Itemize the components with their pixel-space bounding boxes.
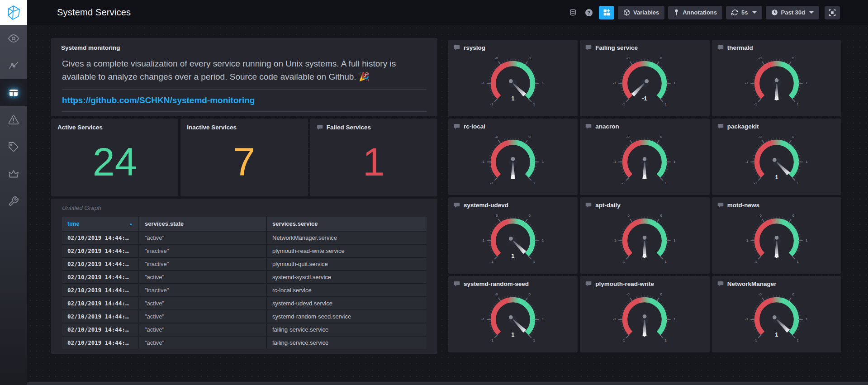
svg-text:0: 0: [643, 253, 646, 259]
expand-icon: [829, 9, 836, 16]
svg-text:-1: -1: [613, 238, 617, 242]
svg-text:1: 1: [674, 317, 676, 321]
sidebar-item-dashboards[interactable]: [0, 79, 27, 106]
gauge-panel-thermald: thermald -1-1-0011 0: [712, 40, 841, 116]
wrench-icon: [8, 196, 19, 207]
source-database-icon[interactable]: [567, 9, 579, 17]
cell-service: rc-local.service: [266, 284, 427, 297]
stat-value: 7: [233, 142, 256, 182]
svg-text:1: 1: [797, 260, 799, 264]
cell-state: "active": [139, 336, 266, 349]
svg-text:1: 1: [542, 317, 544, 321]
svg-text:1: 1: [806, 238, 808, 242]
svg-text:-1: -1: [754, 338, 757, 342]
gauge-title: rsyslog: [464, 44, 485, 51]
sidebar-nav: [0, 25, 27, 215]
column-header-time[interactable]: time ▲: [62, 217, 139, 231]
cell-time: 02/10/2019 14:44:…: [62, 336, 139, 349]
cell-state: "inactive": [139, 284, 266, 297]
divider: [62, 89, 427, 90]
sidebar-item-status[interactable]: [0, 25, 27, 52]
sidebar-item-configuration[interactable]: [0, 188, 27, 215]
gauge-visual: -1-1-0011 0: [712, 51, 841, 116]
cell-service: plymouth-read-write.service: [266, 244, 427, 257]
gauge-panel-packagekit: packagekit -1-1-0011 1: [712, 119, 841, 195]
chevron-down-icon: [752, 11, 757, 14]
cell-time: 02/10/2019 14:44:…: [62, 257, 139, 271]
variables-button[interactable]: Variables: [618, 6, 664, 19]
left-column: Systemd monitoring Gives a complete visu…: [51, 38, 437, 354]
comment-icon: [717, 202, 724, 208]
svg-text:0: 0: [529, 292, 531, 296]
svg-text:1: 1: [542, 160, 544, 164]
stat-value: 1: [363, 142, 385, 182]
comment-icon: [717, 124, 724, 129]
time-range-dropdown[interactable]: Past 30d: [766, 6, 819, 19]
table-header-row: time ▲ services.state services.service: [62, 217, 427, 231]
add-cell-button[interactable]: [599, 6, 614, 19]
time-range-value: Past 30d: [781, 9, 805, 16]
cell-time: 02/10/2019 14:44:…: [62, 271, 139, 284]
svg-text:-1: -1: [490, 338, 494, 342]
gauge-title: rc-local: [464, 123, 485, 130]
svg-text:1: 1: [674, 81, 676, 85]
clock-icon: [771, 9, 778, 16]
svg-text:-1: -1: [481, 81, 485, 85]
gauge-visual: -1-1-0011 0: [448, 130, 578, 195]
svg-text:1: 1: [775, 174, 778, 181]
gauge-panel-rsyslog: rsyslog -1-1-0011 1: [448, 40, 578, 116]
table-row: 02/10/2019 14:44:… "inactive" plymouth-q…: [62, 257, 427, 271]
svg-text:-0: -0: [758, 56, 762, 60]
sidebar-item-admin[interactable]: [0, 161, 27, 188]
gauge-title: systemd-udevd: [464, 202, 508, 209]
svg-text:0: 0: [643, 174, 646, 181]
github-link[interactable]: https://github.com/SCHKN/systemd-monitor…: [62, 95, 255, 105]
svg-text:-0: -0: [758, 135, 762, 139]
refresh-icon: [731, 9, 738, 16]
svg-text:0: 0: [660, 56, 663, 60]
refresh-dropdown[interactable]: 5s: [726, 6, 762, 19]
sidebar-item-data-explorer[interactable]: [0, 52, 27, 79]
sidebar-item-log-viewer[interactable]: [0, 133, 27, 161]
comment-icon: [717, 281, 724, 287]
gauge-title: packagekit: [727, 123, 759, 130]
svg-text:0: 0: [660, 214, 663, 218]
svg-text:0: 0: [792, 56, 794, 60]
toolbar: ? Variables: [567, 6, 840, 19]
svg-text:1: 1: [512, 332, 515, 338]
svg-text:1: 1: [512, 253, 515, 259]
comment-icon: [585, 45, 592, 51]
influxdata-logo[interactable]: [0, 0, 27, 25]
svg-text:0: 0: [775, 253, 778, 259]
tags-icon: [8, 142, 19, 152]
annotations-button[interactable]: Annotations: [668, 6, 722, 19]
svg-text:1: 1: [512, 95, 515, 102]
chevron-down-icon: [809, 11, 814, 14]
sidebar-item-alerting[interactable]: [0, 106, 27, 133]
svg-text:1: 1: [674, 160, 676, 164]
presentation-mode-button[interactable]: [825, 6, 840, 19]
svg-text:-1: -1: [622, 260, 626, 264]
cell-service: systemd-udevd.service: [266, 297, 427, 310]
svg-text:1: 1: [665, 338, 667, 342]
cube-icon: [623, 9, 630, 16]
svg-text:-1: -1: [622, 181, 626, 185]
cell-state: "active": [139, 231, 266, 244]
svg-text:-0: -0: [626, 292, 630, 296]
column-header-service[interactable]: services.service: [266, 217, 427, 231]
svg-text:-0: -0: [495, 214, 498, 218]
gauge-panel-plymouth-read-write: plymouth-read-write -1-1-0011 0: [580, 276, 709, 352]
table-panel: Untitled Graph time ▲: [51, 199, 437, 354]
svg-text:-0: -0: [626, 56, 630, 60]
chronograf-app: Systemd Services ?: [0, 0, 868, 385]
column-header-state[interactable]: services.state: [139, 217, 266, 231]
divider: [62, 111, 427, 112]
alert-triangle-icon: [8, 114, 19, 125]
horizontal-scrollbar[interactable]: [27, 382, 868, 385]
gauge-title: Failing service: [595, 44, 638, 51]
help-icon[interactable]: ?: [583, 9, 595, 17]
annotations-label: Annotations: [683, 9, 717, 16]
cell-time: 02/10/2019 14:44:…: [62, 231, 139, 244]
svg-text:-1: -1: [745, 317, 749, 321]
comment-icon: [585, 124, 592, 129]
